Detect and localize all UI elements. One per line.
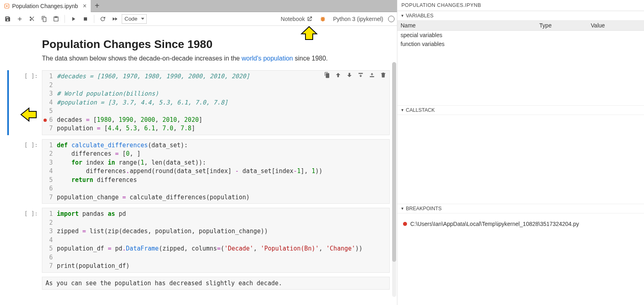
- line-number[interactable]: 2: [42, 150, 57, 159]
- line-number[interactable]: 5: [42, 244, 57, 253]
- notebook-paragraph: The data shown below shows the decade-on…: [42, 55, 390, 62]
- line-number[interactable]: 6: [42, 116, 57, 125]
- open-notebook-link[interactable]: Notebook: [281, 16, 313, 22]
- code-line[interactable]: 4: [42, 236, 389, 245]
- code-line[interactable]: 2: [42, 219, 389, 228]
- code-line[interactable]: 6: [42, 253, 389, 262]
- new-tab-button[interactable]: +: [91, 0, 103, 12]
- line-number[interactable]: 3: [42, 227, 57, 236]
- line-number[interactable]: 4: [42, 167, 57, 176]
- chevron-down-icon: ▼: [401, 108, 404, 112]
- line-number[interactable]: 1: [42, 72, 57, 81]
- variable-row[interactable]: function variables: [397, 40, 644, 48]
- line-number[interactable]: 1: [42, 141, 57, 150]
- code-text: [57, 107, 389, 116]
- code-line[interactable]: 1def calculate_differences(data_set):: [42, 141, 389, 150]
- kernel-name[interactable]: Python 3 (ipykernel): [333, 16, 383, 22]
- line-number[interactable]: 3: [42, 90, 57, 98]
- move-cell-up-button[interactable]: [334, 71, 342, 79]
- breakpoint-dot-icon[interactable]: [44, 119, 47, 122]
- restart-run-all-button[interactable]: [110, 14, 120, 24]
- code-line[interactable]: 3zipped = list(zip(decades, population, …: [42, 227, 389, 236]
- cut-button[interactable]: [27, 14, 37, 24]
- kernel-status-idle-icon[interactable]: [388, 16, 395, 22]
- debug-panel: POPULATION CHANGES.IPYNB ▼VARIABLES Name…: [397, 0, 644, 305]
- code-line[interactable]: 6decades = [1980, 1990, 2000, 2010, 2020…: [42, 116, 389, 125]
- line-number[interactable]: 2: [42, 81, 57, 90]
- arrow-down-icon: [346, 72, 353, 78]
- code-line[interactable]: 6: [42, 184, 389, 193]
- line-number[interactable]: 4: [42, 98, 57, 107]
- line-number[interactable]: 3: [42, 159, 57, 167]
- debug-button[interactable]: [318, 14, 328, 24]
- vars-col-type[interactable]: Type: [536, 21, 588, 31]
- line-number[interactable]: 6: [42, 253, 57, 262]
- cell-type-select[interactable]: Code: [122, 14, 147, 24]
- save-button[interactable]: [2, 14, 13, 24]
- trash-icon: [380, 72, 386, 78]
- raw-cell[interactable]: As you can see the population has decrea…: [42, 277, 390, 290]
- duplicate-cell-button[interactable]: [323, 71, 330, 79]
- code-line[interactable]: 4 differences.append(round(data_set[inde…: [42, 167, 389, 176]
- world-population-link[interactable]: world's population: [241, 55, 293, 62]
- restart-button[interactable]: [98, 14, 108, 24]
- code-editor[interactable]: 1def calculate_differences(data_set):2 d…: [42, 139, 390, 204]
- line-number[interactable]: 5: [42, 176, 57, 185]
- close-icon[interactable]: ×: [80, 2, 86, 10]
- markdown-cell[interactable]: Population Changes Since 1980 The data s…: [7, 38, 390, 62]
- code-line[interactable]: 3 for index in range(1, len(data_set)):: [42, 159, 389, 167]
- delete-cell-button[interactable]: [380, 71, 387, 79]
- scrollbar[interactable]: [392, 62, 396, 297]
- code-line[interactable]: 7population = [4.4, 5.3, 6.1, 7.0, 7.8]: [42, 124, 389, 133]
- line-number[interactable]: 7: [42, 262, 57, 271]
- copy-button[interactable]: [39, 14, 49, 24]
- code-cell[interactable]: [ ]:1def calculate_differences(data_set)…: [7, 139, 390, 204]
- main-pane: Population Changes.ipynb × + Code Notebo…: [0, 0, 397, 305]
- svg-point-1: [6, 5, 8, 7]
- insert-cell-button[interactable]: [15, 14, 25, 24]
- paste-button[interactable]: [51, 14, 61, 24]
- code-line[interactable]: 7population_change = calculate_differenc…: [42, 193, 389, 202]
- code-line[interactable]: 5population_df = pd.DataFrame(zipped, co…: [42, 244, 389, 253]
- code-cell[interactable]: [ ]:1import pandas as pd23zipped = list(…: [7, 208, 390, 273]
- scrollbar-thumb[interactable]: [392, 62, 396, 262]
- notebook-area[interactable]: Population Changes Since 1980 The data s…: [0, 26, 397, 305]
- stop-button[interactable]: [80, 14, 91, 24]
- code-line[interactable]: 1import pandas as pd: [42, 210, 389, 219]
- variables-section-header[interactable]: ▼VARIABLES: [397, 11, 644, 21]
- code-text: population_df = pd.DataFrame(zipped, col…: [57, 244, 389, 253]
- line-number[interactable]: 7: [42, 124, 57, 133]
- vars-col-name[interactable]: Name: [397, 21, 536, 31]
- scissors-icon: [29, 16, 35, 22]
- line-number[interactable]: 2: [42, 219, 57, 228]
- tab-notebook[interactable]: Population Changes.ipynb ×: [0, 0, 91, 12]
- code-line[interactable]: 5: [42, 107, 389, 116]
- code-editor[interactable]: 1import pandas as pd23zipped = list(zip(…: [42, 208, 390, 273]
- line-number[interactable]: 7: [42, 193, 57, 202]
- code-line[interactable]: 3# World population(billions): [42, 90, 389, 98]
- code-text: zipped = list(zip(decades, population, p…: [57, 227, 389, 236]
- insert-above-button[interactable]: [357, 71, 364, 79]
- line-number[interactable]: 5: [42, 107, 57, 116]
- annotation-arrow: [301, 26, 318, 40]
- line-number[interactable]: 6: [42, 184, 57, 193]
- code-text: [57, 219, 389, 228]
- insert-below-button[interactable]: [368, 71, 376, 79]
- breakpoint-row[interactable]: C:\Users\Ian\AppData\Local\Temp\ipykerne…: [400, 219, 642, 229]
- code-line[interactable]: 7print(population_df): [42, 262, 389, 271]
- bug-icon: [320, 16, 326, 22]
- code-line[interactable]: 2 differences = [0, ]: [42, 150, 389, 159]
- code-cell[interactable]: [ ]: 1#decades = [1960, 1970, 1980, 1990…: [7, 70, 390, 135]
- line-number[interactable]: 4: [42, 236, 57, 245]
- code-line[interactable]: 4#population = [3, 3.7, 4.4, 5.3, 6.1, 7…: [42, 98, 389, 107]
- line-number[interactable]: 1: [42, 210, 57, 219]
- code-line[interactable]: 5 return differences: [42, 176, 389, 185]
- code-line[interactable]: 2: [42, 81, 389, 90]
- vars-col-value[interactable]: Value: [588, 21, 644, 31]
- breakpoints-section-header[interactable]: ▼BREAKPOINTS: [397, 204, 644, 213]
- code-editor[interactable]: 1#decades = [1960, 1970, 1980, 1990, 200…: [42, 70, 390, 135]
- run-button[interactable]: [68, 14, 79, 24]
- move-cell-down-button[interactable]: [346, 71, 353, 79]
- callstack-section-header[interactable]: ▼CALLSTACK: [397, 105, 644, 115]
- variable-row[interactable]: special variables: [397, 31, 644, 40]
